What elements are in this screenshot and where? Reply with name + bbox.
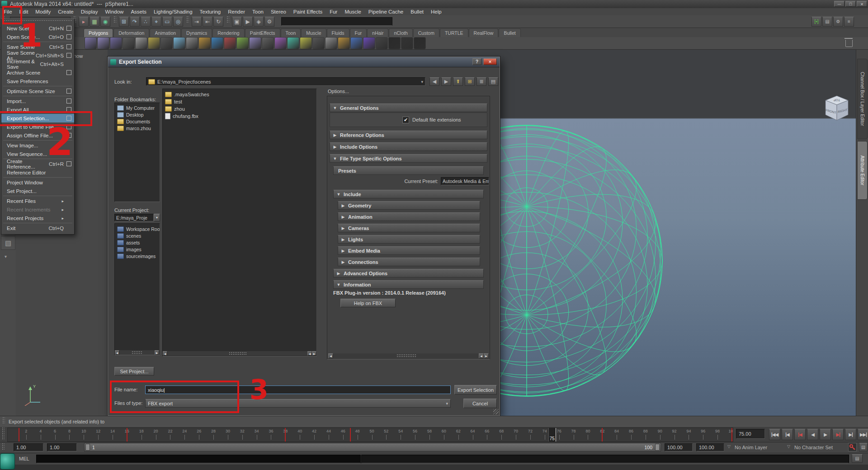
bookmark-item[interactable]: My Computer — [115, 104, 160, 111]
animation-end-field[interactable]: 100.00 — [696, 443, 724, 451]
option-box-icon[interactable] — [66, 89, 71, 94]
export-selection-button[interactable]: Export Selection — [454, 385, 497, 395]
script-editor-icon[interactable]: ▤ — [852, 454, 863, 463]
play-backwards-button[interactable]: ◀ — [807, 429, 818, 440]
range-left-handle[interactable] — [85, 444, 90, 451]
render-current-frame-icon[interactable]: ▶ — [243, 17, 253, 27]
snap-curve-icon[interactable]: ↷ — [130, 17, 140, 27]
bottom-left-app-icon[interactable] — [0, 453, 15, 470]
file-menu-item-increment-&-save[interactable]: Increment & SaveCtrl+Alt+S — [1, 60, 74, 68]
select-hierarchy-icon[interactable]: ▸ — [79, 17, 89, 27]
option-box-icon[interactable] — [66, 53, 71, 58]
menu-stereo[interactable]: Stereo — [267, 9, 290, 15]
scroll-right-icon[interactable]: ▶ — [484, 353, 489, 358]
dialog-resize-grip[interactable] — [493, 409, 499, 414]
current-time-field[interactable]: 75.00 — [736, 429, 765, 439]
folder-bookmarks-list[interactable]: My ComputerDesktopDocumentsmarco.zhou — [114, 103, 160, 202]
default-file-extensions-checkbox[interactable]: ✔ — [402, 117, 409, 123]
scroll-right-icon[interactable]: ▶ — [312, 351, 316, 356]
close-button[interactable]: × — [857, 1, 867, 7]
anim-layer-dropdown-icon[interactable]: ▽ — [727, 444, 731, 449]
output-connections-icon[interactable]: ⇤ — [203, 17, 212, 27]
project-folder-item[interactable]: images — [115, 246, 160, 253]
shelf-tab-realflow[interactable]: RealFlow — [469, 28, 499, 37]
shelf-icon[interactable] — [160, 37, 173, 49]
command-line-mode-button[interactable]: MEL — [19, 456, 29, 461]
view-cube[interactable]: TOPFRONTRIGHT — [822, 92, 854, 134]
menu-pipeline-cache[interactable]: Pipeline Cache — [365, 9, 407, 15]
step-forward-frame-button[interactable]: ▶| — [845, 429, 856, 440]
scroll-left-icon[interactable]: ◀ — [115, 350, 119, 355]
shelf-icon[interactable] — [110, 37, 122, 49]
file-menu-item-optimize-scene-size[interactable]: Optimize Scene Size — [1, 87, 74, 95]
shelf-icon[interactable] — [148, 37, 160, 49]
persp-graph-layout-icon[interactable]: ▧ — [1, 236, 15, 250]
menu-texturing[interactable]: Texturing — [196, 9, 225, 15]
scroll-right-icon[interactable]: ▶ — [155, 350, 159, 355]
snap-projected-center-icon[interactable]: ⌖ — [151, 17, 161, 27]
bookmark-item[interactable]: Documents — [115, 118, 160, 125]
file-menu-item-save-preferences[interactable]: Save Preferences — [1, 77, 74, 85]
frame-cameras[interactable]: ▶Cameras — [338, 224, 480, 232]
toolbox-expand-icon[interactable]: ▾ — [5, 254, 7, 259]
shelf-icon[interactable] — [236, 37, 249, 49]
file-menu-item-archive-scene[interactable]: Archive Scene — [1, 68, 74, 77]
current-frame-marker[interactable]: 75 — [548, 428, 556, 442]
input-connections-icon[interactable]: ⇥ — [192, 17, 202, 27]
auto-keyframe-toggle[interactable] — [848, 443, 857, 451]
frame-advanced-options[interactable]: ▶Advanced Options — [333, 269, 484, 277]
shelf-icon[interactable] — [350, 37, 363, 49]
menu-fur[interactable]: Fur — [326, 9, 341, 15]
animation-preferences-icon[interactable]: ▤ — [859, 443, 868, 451]
character-set-dropdown-icon[interactable]: ▽ — [787, 444, 790, 449]
details-view-icon[interactable]: ▤ — [488, 77, 498, 86]
menu-toon[interactable]: Toon — [249, 9, 267, 15]
shelf-icon[interactable] — [186, 37, 198, 49]
render-settings-icon[interactable]: ⚙ — [264, 17, 274, 27]
project-folders-list[interactable]: Workspace Rooscenesassetsimagessourceima… — [114, 223, 160, 355]
step-back-frame-button[interactable]: |◀ — [782, 429, 793, 440]
tab-channel-box-layer-editor[interactable]: Channel Box / Layer Editor — [857, 59, 868, 139]
bookmark-item[interactable]: Desktop — [115, 111, 160, 118]
file-menu-item-recent-projects[interactable]: Recent Projects▸ — [1, 214, 74, 222]
frame-reference-options[interactable]: ▶Reference Options — [330, 131, 487, 139]
file-menu-item-recent-files[interactable]: Recent Files▸ — [1, 197, 74, 205]
shelf-icon[interactable] — [249, 37, 261, 49]
menu-create[interactable]: Create — [54, 9, 77, 15]
file-list[interactable]: .mayaSwatchestestzhouchufang.fbx — [162, 89, 317, 357]
shelf-tab-painteffects[interactable]: PaintEffects — [245, 28, 280, 37]
project-folder-item[interactable]: assets — [115, 239, 160, 246]
snap-point-icon[interactable]: ∴ — [141, 17, 151, 27]
look-in-combo[interactable]: E:\maya_Project\scenes ▾ — [146, 77, 425, 86]
shelf-tab-polygons[interactable]: Polygons — [84, 28, 113, 37]
chevron-down-icon[interactable]: ▾ — [446, 401, 448, 406]
menu-display[interactable]: Display — [77, 9, 102, 15]
frame-connections[interactable]: ▶Connections — [338, 258, 480, 266]
option-box-icon[interactable] — [66, 34, 71, 39]
project-folder-item[interactable]: scenes — [115, 232, 160, 239]
tab-attribute-editor[interactable]: Attribute Editor — [857, 141, 868, 200]
range-right-handle[interactable] — [655, 444, 660, 451]
construction-history-icon[interactable]: ↻ — [213, 17, 223, 27]
shelf-tab-muscle[interactable]: Muscle — [301, 28, 326, 37]
shelf-icon[interactable] — [300, 37, 312, 49]
menu-muscle[interactable]: Muscle — [341, 9, 364, 15]
file-list-item[interactable]: test — [163, 98, 316, 105]
ipr-render-icon[interactable]: ◈ — [254, 17, 264, 27]
cancel-button[interactable]: Cancel — [463, 399, 497, 408]
dialog-title-bar[interactable]: Export Selection ? × — [108, 57, 500, 67]
file-list-item[interactable]: zhou — [163, 105, 316, 113]
playback-start-field[interactable]: 1.00 — [47, 443, 77, 451]
frame-embed-media[interactable]: ▶Embed Media — [338, 246, 480, 255]
shelf-icon[interactable] — [287, 37, 299, 49]
create-new-folder-icon[interactable]: ⊞ — [465, 77, 475, 86]
file-list-item[interactable]: .mayaSwatches — [163, 91, 316, 98]
dialog-close-button[interactable]: × — [483, 58, 497, 65]
project-folder-item[interactable]: Workspace Roo — [115, 226, 160, 232]
back-icon[interactable]: ◀ — [429, 77, 439, 86]
step-back-key-button[interactable]: |◀ — [794, 429, 806, 440]
file-menu-item-project-window[interactable]: Project Window — [1, 178, 74, 187]
shelf-icon[interactable] — [338, 37, 350, 49]
bookmarks-scrollbar[interactable]: ◀ ▶ — [115, 350, 159, 355]
tool-settings-icon[interactable]: ⚙ — [833, 17, 843, 27]
